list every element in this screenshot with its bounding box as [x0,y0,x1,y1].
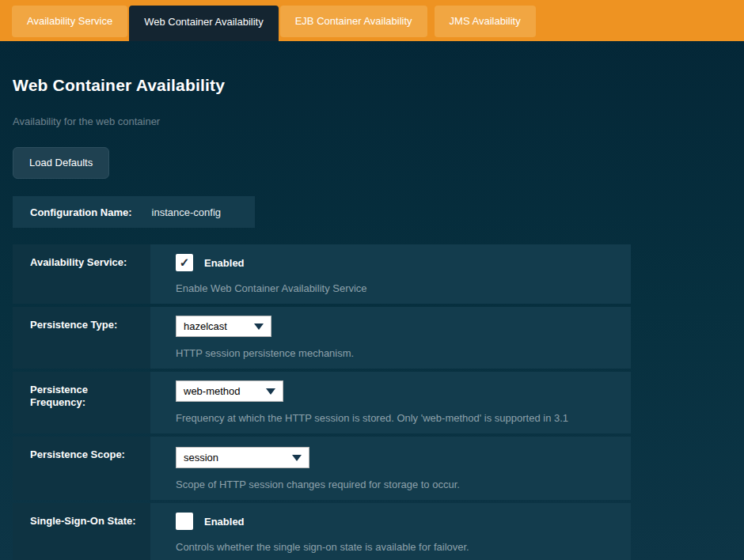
row-persistence-scope: Persistence Scope: session Scope of HTTP… [13,437,631,500]
persistence-frequency-label: Persistence Frequency: [13,372,150,433]
load-defaults-button[interactable]: Load Defaults [13,147,109,179]
persistence-scope-selected-value: session [184,452,218,464]
availability-form: Availability Service: ✓ Enabled Enable W… [13,244,631,560]
configuration-name-label: Configuration Name: [30,206,132,218]
availability-service-help: Enable Web Container Availability Servic… [176,282,617,294]
persistence-type-select[interactable]: hazelcast [176,316,271,337]
availability-service-checkbox[interactable]: ✓ [176,254,193,271]
row-availability-service: Availability Service: ✓ Enabled Enable W… [13,244,631,304]
single-sign-on-state-content: Enabled Controls whether the single sign… [150,503,631,560]
tab-web-container-availability[interactable]: Web Container Availability [129,6,279,41]
web-container-availability-page: Availability Service Web Container Avail… [0,0,744,560]
availability-service-label: Availability Service: [13,244,150,304]
chevron-down-icon [266,388,275,395]
availability-service-content: ✓ Enabled Enable Web Container Availabil… [150,244,631,304]
row-single-sign-on-state: Single-Sign-On State: Enabled Controls w… [13,503,631,560]
persistence-scope-label: Persistence Scope: [13,437,150,500]
chevron-down-icon [254,324,264,330]
single-sign-on-state-label: Single-Sign-On State: [13,503,150,560]
tab-ejb-container-availability[interactable]: EJB Container Availability [280,6,427,37]
persistence-frequency-select[interactable]: web-method [176,380,283,402]
row-persistence-type: Persistence Type: hazelcast HTTP session… [13,307,631,369]
row-persistence-frequency: Persistence Frequency: web-method Freque… [13,372,631,433]
tab-jms-availability[interactable]: JMS Availability [435,6,536,37]
persistence-frequency-content: web-method Frequency at which the HTTP s… [150,372,631,433]
persistence-frequency-selected-value: web-method [184,385,241,397]
main-content: Web Container Availability Availability … [0,76,744,560]
tab-bar: Availability Service Web Container Avail… [0,0,744,41]
persistence-type-content: hazelcast HTTP session persistence mecha… [150,307,631,369]
configuration-name-row: Configuration Name: instance-config [13,196,255,228]
persistence-type-selected-value: hazelcast [184,320,227,332]
persistence-scope-select[interactable]: session [176,447,309,468]
single-sign-on-state-checkbox[interactable] [176,513,193,530]
persistence-scope-help: Scope of HTTP session changes required f… [176,479,617,490]
page-title: Web Container Availability [13,76,731,95]
persistence-frequency-help: Frequency at which the HTTP session is s… [176,412,617,424]
availability-service-enabled-label: Enabled [204,257,245,269]
persistence-type-help: HTTP session persistence mechanism. [176,347,617,359]
single-sign-on-state-help: Controls whether the single sign-on stat… [176,541,617,553]
single-sign-on-state-enabled-label: Enabled [204,516,245,528]
page-subtitle: Availability for the web container [13,115,731,127]
chevron-down-icon [292,455,302,461]
persistence-type-label: Persistence Type: [13,307,150,369]
tab-availability-service[interactable]: Availability Service [12,6,127,37]
configuration-name-value: instance-config [152,206,221,218]
persistence-scope-content: session Scope of HTTP session changes re… [150,437,631,500]
